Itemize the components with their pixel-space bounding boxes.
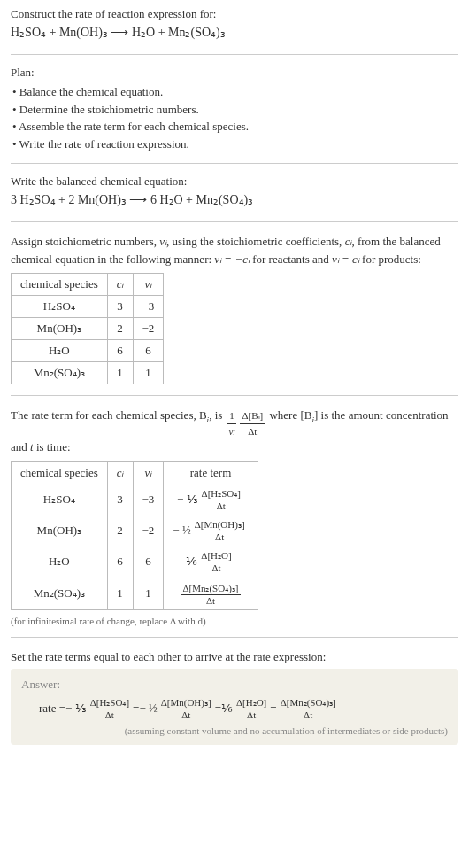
table-row: H₂SO₄ 3 −3 − ⅓ Δ[H₂SO₄] Δt — [12, 484, 258, 515]
cell-c: 3 — [107, 484, 133, 515]
frac-num: Δ[Bᵢ] — [240, 408, 265, 424]
col-nu: νᵢ — [133, 274, 164, 296]
frac-num: Δ[Mn(OH)₃] — [193, 519, 247, 531]
cell-nu: 6 — [133, 340, 164, 362]
eq-sign: = — [270, 701, 276, 716]
cell-nu: 1 — [133, 577, 164, 609]
nu-symbol: νᵢ — [159, 235, 166, 248]
plan-item: • Write the rate of reaction expression. — [12, 136, 458, 153]
coef: − ½ — [139, 701, 157, 716]
cell-species: H₂SO₄ — [12, 296, 108, 318]
rate-label: rate = — [39, 701, 65, 716]
rt-text-e: is time: — [34, 440, 71, 453]
rt-text-b: , is — [209, 408, 225, 422]
frac-den: Δt — [181, 595, 240, 606]
answer-label: Answer: — [21, 678, 448, 692]
cell-nu: 1 — [133, 362, 164, 384]
plan-item: • Assemble the rate term for each chemic… — [12, 118, 458, 136]
col-species: chemical species — [12, 274, 108, 296]
cell-species: H₂SO₄ — [12, 484, 108, 515]
coef: − ⅓ — [65, 701, 87, 716]
frac-num: Δ[H₂SO₄] — [200, 488, 242, 500]
coef: − ½ — [173, 523, 190, 538]
balanced-section: Write the balanced chemical equation: 3 … — [11, 174, 458, 222]
frac-num: Δ[H₂SO₄] — [88, 697, 131, 709]
page-title: Construct the rate of reaction expressio… — [11, 7, 458, 21]
assign-text-p1: Assign stoichiometric numbers, — [11, 235, 159, 248]
frac-num: Δ[Mn(OH)₃] — [159, 697, 213, 709]
eq-sign: = — [133, 701, 139, 716]
table-row: Mn₂(SO₄)₃ 1 1 — [12, 362, 164, 384]
rel1: νᵢ = −cᵢ — [214, 252, 250, 266]
table-row: Mn(OH)₃ 2 −2 — [12, 318, 164, 340]
table-header-row: chemical species cᵢ νᵢ — [12, 274, 164, 296]
table-row: H₂O 6 6 ⅙ Δ[H₂O] Δt — [12, 546, 258, 577]
plan-item: • Determine the stoichiometric numbers. — [12, 101, 458, 119]
answer-box: Answer: rate = − ⅓ Δ[H₂SO₄] Δt = − ½ Δ[M… — [11, 669, 458, 745]
stoich-table: chemical species cᵢ νᵢ H₂SO₄ 3 −3 Mn(OH)… — [11, 273, 164, 384]
cell-species: H₂O — [12, 340, 108, 362]
frac: Δ[H₂SO₄] Δt — [88, 697, 131, 720]
cell-species: Mn₂(SO₄)₃ — [12, 577, 108, 609]
frac: Δ[H₂SO₄] Δt — [200, 488, 242, 511]
table-row: H₂O 6 6 — [12, 340, 164, 362]
col-c: cᵢ — [107, 461, 133, 484]
eq-lhs: H₂SO₄ + Mn(OH)₃ — [11, 26, 108, 39]
frac-den: Δt — [193, 531, 247, 542]
table-row: Mn(OH)₃ 2 −2 − ½ Δ[Mn(OH)₃] Δt — [12, 515, 258, 546]
assign-section: Assign stoichiometric numbers, νᵢ, using… — [11, 233, 458, 396]
frac-num: 1 — [227, 408, 237, 424]
plan-label: Plan: — [11, 66, 458, 80]
frac: Δ[Mn(OH)₃] Δt — [193, 519, 247, 542]
plan-section: Plan: • Balance the chemical equation. •… — [11, 66, 458, 164]
rel2: νᵢ = cᵢ — [332, 252, 359, 266]
frac-den: Δt — [199, 562, 233, 573]
cell-rateterm: Δ[Mn₂(SO₄)₃] Δt — [164, 577, 258, 609]
frac-num: Δ[H₂O] — [199, 550, 233, 562]
frac-1-nu: 1 νᵢ — [227, 408, 237, 438]
frac-den: Δt — [88, 709, 131, 720]
balanced-equation: 3 H₂SO₄ + 2 Mn(OH)₃ ⟶ 6 H₂O + Mn₂(SO₄)₃ — [11, 192, 458, 207]
cell-c: 1 — [107, 362, 133, 384]
cell-c: 6 — [107, 340, 133, 362]
assign-text-p4: for reactants and — [250, 252, 332, 266]
rt-text-c: where [B — [269, 408, 311, 422]
col-rateterm: rate term — [164, 461, 258, 484]
cell-rateterm: − ½ Δ[Mn(OH)₃] Δt — [164, 515, 258, 546]
rate-formula: 1 νᵢ Δ[Bᵢ] Δt — [226, 408, 267, 438]
frac: Δ[H₂O] Δt — [199, 550, 233, 573]
frac: Δ[Mn(OH)₃] Δt — [159, 697, 213, 720]
cell-species: Mn₂(SO₄)₃ — [12, 362, 108, 384]
eq-sign: = — [215, 701, 221, 716]
frac-num: Δ[Mn₂(SO₄)₃] — [181, 583, 240, 595]
cell-c: 6 — [107, 546, 133, 577]
assign-text-p2: , using the stoichiometric coefficients, — [166, 235, 345, 248]
final-text: Set the rate terms equal to each other t… — [11, 648, 458, 666]
cell-nu: −2 — [133, 318, 164, 340]
frac-den: Δt — [234, 709, 268, 720]
rateterm-footnote: (for infinitesimal rate of change, repla… — [11, 616, 458, 626]
frac-den: Δt — [279, 709, 338, 720]
assign-text: Assign stoichiometric numbers, νᵢ, using… — [11, 233, 458, 267]
cell-nu: −2 — [133, 515, 164, 546]
frac-den: νᵢ — [227, 424, 237, 439]
header-section: Construct the rate of reaction expressio… — [11, 7, 458, 55]
cell-species: Mn(OH)₃ — [12, 318, 108, 340]
frac: Δ[Mn₂(SO₄)₃] Δt — [279, 697, 338, 720]
eq-rhs: H₂O + Mn₂(SO₄)₃ — [132, 26, 226, 39]
table-row: H₂SO₄ 3 −3 — [12, 296, 164, 318]
plan-item: • Balance the chemical equation. — [12, 83, 458, 101]
cell-c: 3 — [107, 296, 133, 318]
rt-text-a: The rate term for each chemical species,… — [11, 408, 207, 422]
frac: Δ[H₂O] Δt — [234, 697, 268, 720]
frac-den: Δt — [200, 500, 242, 511]
cell-c: 2 — [107, 515, 133, 546]
frac-den: Δt — [240, 424, 265, 439]
answer-note: (assuming constant volume and no accumul… — [21, 725, 448, 736]
coef: ⅙ — [221, 701, 233, 716]
cell-c: 2 — [107, 318, 133, 340]
frac-den: Δt — [159, 709, 213, 720]
cell-species: Mn(OH)₃ — [12, 515, 108, 546]
frac-num: Δ[Mn₂(SO₄)₃] — [279, 697, 338, 709]
rate-expression: rate = − ⅓ Δ[H₂SO₄] Δt = − ½ Δ[Mn(OH)₃] … — [21, 697, 340, 720]
